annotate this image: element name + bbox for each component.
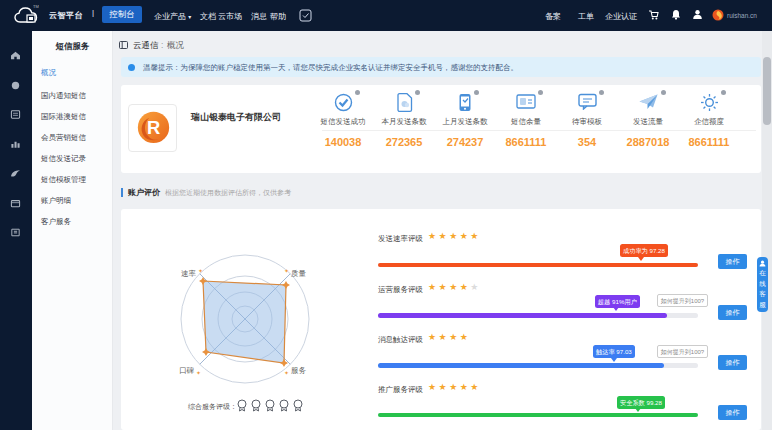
svg-text:R: R xyxy=(147,117,160,138)
